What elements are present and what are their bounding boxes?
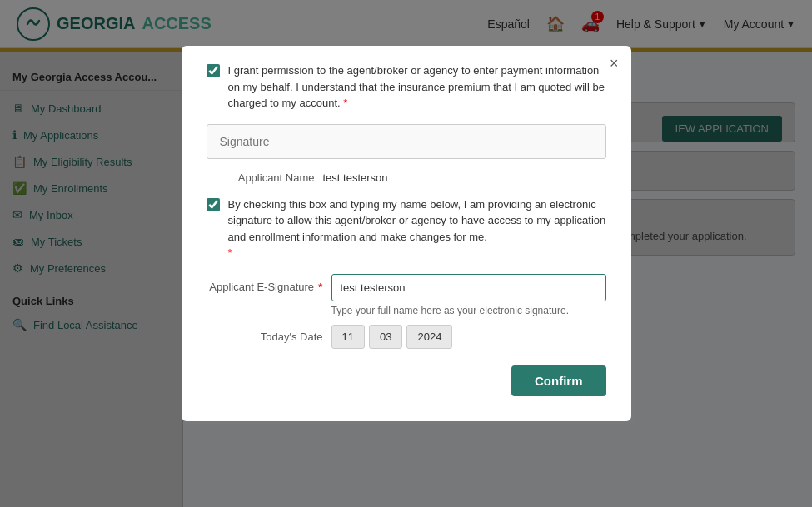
esig-checkbox[interactable] (207, 198, 220, 211)
applicant-name-row: Applicant Name test testerson (207, 171, 606, 184)
required-star-1: * (343, 97, 347, 109)
esig-input[interactable] (331, 274, 606, 301)
esig-label-container: Applicant E-Signature * (207, 274, 323, 294)
esig-checkbox-row: By checking this box and typing my name … (207, 196, 606, 261)
esig-hint: Type your full name here as your electro… (331, 305, 606, 316)
confirm-btn-row: Confirm (207, 365, 606, 396)
modal-close-button[interactable]: × (610, 56, 619, 71)
applicant-name-label: Applicant Name (215, 171, 315, 184)
permission-text: I grant permission to the agent/broker o… (228, 62, 606, 112)
modal-overlay: × I grant permission to the agent/broker… (0, 0, 812, 507)
required-star-2: * (228, 246, 232, 259)
permission-checkbox-row: I grant permission to the agent/broker o… (207, 62, 606, 112)
date-label: Today's Date (207, 331, 323, 343)
date-year: 2024 (406, 325, 452, 349)
confirm-button[interactable]: Confirm (511, 365, 606, 396)
date-parts: 11 03 2024 (331, 325, 453, 349)
date-row: Today's Date 11 03 2024 (207, 325, 606, 349)
modal-dialog: × I grant permission to the agent/broker… (182, 46, 631, 421)
applicant-name-value: test testerson (323, 171, 388, 184)
esig-input-col: Type your full name here as your electro… (331, 274, 606, 316)
esig-row: Applicant E-Signature * Type your full n… (207, 274, 606, 316)
date-day: 03 (369, 325, 402, 349)
date-month: 11 (331, 325, 365, 349)
esig-checkbox-text: By checking this box and typing my name … (228, 196, 606, 261)
esig-label: Applicant E-Signature (209, 281, 314, 293)
esig-required-star: * (318, 281, 322, 294)
signature-input[interactable] (207, 124, 606, 159)
permission-checkbox[interactable] (207, 64, 220, 77)
